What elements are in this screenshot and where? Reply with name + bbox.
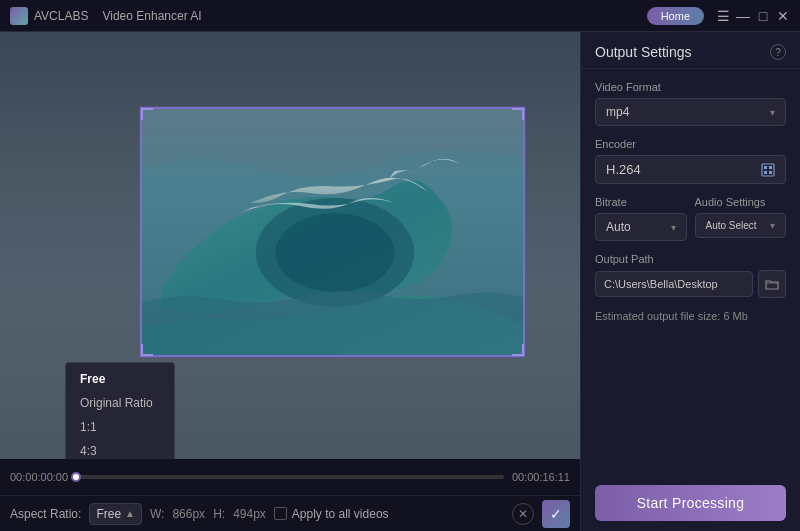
encoder-icon (761, 163, 775, 177)
settings-title: Output Settings (595, 44, 692, 60)
bitrate-label: Bitrate (595, 196, 687, 208)
aspect-ratio-label: Aspect Ratio: (10, 507, 81, 521)
video-format-chevron: ▾ (770, 107, 775, 118)
svg-rect-5 (764, 166, 767, 169)
window-controls: ☰ — □ ✕ (716, 9, 790, 23)
video-preview (142, 109, 523, 355)
aspect-ratio-select[interactable]: Free ▲ (89, 503, 142, 525)
timeline: 00:00:00:00 00:00:16:11 (0, 459, 580, 495)
cancel-button[interactable]: ✕ (512, 503, 534, 525)
timeline-track[interactable] (76, 475, 504, 479)
video-format-group: Video Format mp4 ▾ (595, 81, 786, 126)
video-format-label: Video Format (595, 81, 786, 93)
encoder-select[interactable]: H.264 (595, 155, 786, 184)
crop-handle-bl[interactable] (141, 344, 153, 356)
aspect-option-original[interactable]: Original Ratio (66, 391, 174, 415)
bottom-bar: Aspect Ratio: Free ▲ W: 866px H: 494px A… (0, 495, 580, 531)
aspect-ratio-value: Free (96, 507, 121, 521)
bitrate-audio-row: Bitrate Auto ▾ Audio Settings Auto Selec… (595, 196, 786, 241)
minimize-button[interactable]: — (736, 9, 750, 23)
height-value: 494px (233, 507, 266, 521)
encoder-value: H.264 (606, 162, 641, 177)
output-path-label: Output Path (595, 253, 786, 265)
settings-footer: Start Processing (581, 475, 800, 531)
bitrate-chevron: ▾ (671, 222, 676, 233)
close-button[interactable]: ✕ (776, 9, 790, 23)
logo-icon (10, 7, 28, 25)
svg-rect-6 (769, 166, 772, 169)
timeline-start: 00:00:00:00 (10, 471, 68, 483)
app-title-text: Video Enhancer AI (102, 9, 201, 23)
audio-chevron: ▾ (770, 220, 775, 231)
crop-handle-tr[interactable] (512, 108, 524, 120)
estimated-size-value: 6 Mb (723, 310, 747, 322)
wave-svg (142, 109, 523, 355)
aspect-ratio-dropdown[interactable]: Free Original Ratio 1:1 4:3 3:2 16:9 9:1… (65, 362, 175, 459)
width-label: W: (150, 507, 164, 521)
settings-body: Video Format mp4 ▾ Encoder H.264 (581, 69, 800, 475)
help-icon[interactable]: ? (770, 44, 786, 60)
nav-bar: Home (647, 7, 704, 25)
audio-value: Auto Select (706, 220, 757, 231)
timeline-end: 00:00:16:11 (512, 471, 570, 483)
confirm-button[interactable]: ✓ (542, 500, 570, 528)
svg-point-3 (276, 213, 395, 292)
app-logo: AVCLABS Video Enhancer AI (10, 7, 202, 25)
aspect-option-4-3[interactable]: 4:3 (66, 439, 174, 459)
height-label: H: (213, 507, 225, 521)
folder-icon (765, 278, 779, 290)
audio-select[interactable]: Auto Select ▾ (695, 213, 787, 238)
home-button[interactable]: Home (647, 7, 704, 25)
browse-folder-button[interactable] (758, 270, 786, 298)
aspect-chevron-icon: ▲ (125, 508, 135, 519)
svg-rect-8 (769, 171, 772, 174)
settings-panel: Output Settings ? Video Format mp4 ▾ Enc… (580, 32, 800, 531)
bitrate-group: Bitrate Auto ▾ (595, 196, 687, 241)
bitrate-select[interactable]: Auto ▾ (595, 213, 687, 241)
maximize-button[interactable]: □ (756, 9, 770, 23)
encoder-label: Encoder (595, 138, 786, 150)
apply-all-checkbox[interactable] (274, 507, 287, 520)
brand-name: AVCLABS (34, 9, 88, 23)
output-path-group: Output Path C:\Users\Bella\Desktop (595, 253, 786, 298)
aspect-option-free[interactable]: Free (66, 367, 174, 391)
crop-handle-br[interactable] (512, 344, 524, 356)
svg-rect-7 (764, 171, 767, 174)
settings-header: Output Settings ? (581, 32, 800, 69)
crop-frame[interactable] (140, 107, 525, 357)
output-path-row: C:\Users\Bella\Desktop (595, 270, 786, 298)
video-format-value: mp4 (606, 105, 629, 119)
audio-group: Audio Settings Auto Select ▾ (695, 196, 787, 241)
crop-handle-tl[interactable] (141, 108, 153, 120)
video-area[interactable]: Free Original Ratio 1:1 4:3 3:2 16:9 9:1… (0, 32, 580, 459)
svg-rect-4 (762, 164, 774, 176)
estimated-size-label: Estimated output file size: (595, 310, 720, 322)
aspect-option-1-1[interactable]: 1:1 (66, 415, 174, 439)
video-panel: Free Original Ratio 1:1 4:3 3:2 16:9 9:1… (0, 32, 580, 531)
apply-all-label: Apply to all videos (292, 507, 389, 521)
start-processing-button[interactable]: Start Processing (595, 485, 786, 521)
audio-label: Audio Settings (695, 196, 787, 208)
bitrate-value: Auto (606, 220, 631, 234)
encoder-group: Encoder H.264 (595, 138, 786, 184)
menu-button[interactable]: ☰ (716, 9, 730, 23)
output-path-input[interactable]: C:\Users\Bella\Desktop (595, 271, 753, 297)
main-content: Free Original Ratio 1:1 4:3 3:2 16:9 9:1… (0, 32, 800, 531)
video-format-select[interactable]: mp4 ▾ (595, 98, 786, 126)
timeline-thumb[interactable] (71, 472, 81, 482)
apply-all-group: Apply to all videos (274, 507, 389, 521)
title-bar: AVCLABS Video Enhancer AI Home ☰ — □ ✕ (0, 0, 800, 32)
estimated-size: Estimated output file size: 6 Mb (595, 310, 786, 322)
width-value: 866px (172, 507, 205, 521)
